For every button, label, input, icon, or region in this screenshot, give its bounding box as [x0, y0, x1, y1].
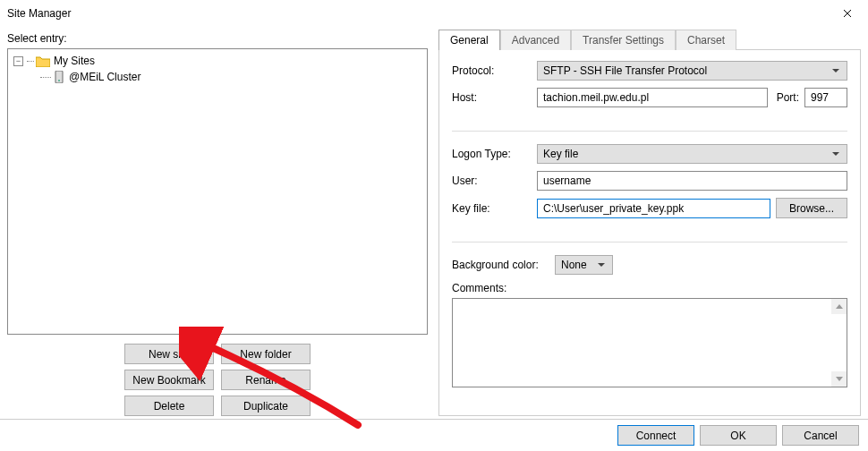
new-folder-button[interactable]: New folder: [221, 344, 311, 364]
new-site-button[interactable]: New site: [124, 344, 214, 364]
tree-root-label: My Sites: [54, 55, 95, 67]
select-entry-label: Select entry:: [7, 32, 428, 45]
logon-type-combo[interactable]: Key file: [537, 144, 847, 164]
tree-child-label: @MEiL Cluster: [69, 71, 140, 83]
user-label: User:: [452, 174, 537, 187]
protocol-value: SFTP - SSH File Transfer Protocol: [543, 64, 707, 77]
close-icon: [843, 9, 852, 18]
comments-textarea[interactable]: [452, 298, 847, 387]
titlebar: Site Manager: [0, 0, 868, 27]
logon-type-value: Key file: [543, 148, 578, 160]
scroll-down-icon[interactable]: [831, 371, 847, 387]
left-pane: Select entry: − My Sites @MEiL Cluster N…: [7, 27, 428, 416]
tab-general[interactable]: General: [438, 30, 500, 50]
cancel-button[interactable]: Cancel: [782, 425, 859, 446]
window-title: Site Manager: [7, 7, 71, 20]
comments-label: Comments:: [452, 282, 847, 294]
ok-button[interactable]: OK: [700, 425, 777, 446]
scroll-up-icon[interactable]: [831, 299, 847, 314]
user-input[interactable]: [537, 171, 847, 191]
logon-type-label: Logon Type:: [452, 148, 537, 160]
left-buttons: New site New folder New Bookmark Rename …: [7, 344, 428, 416]
keyfile-input[interactable]: [537, 199, 770, 218]
tab-advanced[interactable]: Advanced: [500, 30, 571, 50]
expander-icon[interactable]: −: [13, 56, 23, 66]
bottom-bar: Connect OK Cancel: [0, 419, 868, 451]
duplicate-button[interactable]: Duplicate: [221, 396, 311, 416]
dotted-line: [40, 77, 51, 78]
dotted-line: [27, 61, 34, 62]
browse-button[interactable]: Browse...: [776, 198, 847, 218]
svg-point-1: [58, 80, 60, 81]
bgcolor-value: None: [561, 259, 587, 271]
port-input[interactable]: [804, 88, 847, 107]
server-icon: [53, 71, 65, 83]
bgcolor-combo[interactable]: None: [555, 255, 613, 275]
host-input[interactable]: [537, 88, 768, 107]
tabs: General Advanced Transfer Settings Chars…: [438, 29, 861, 49]
rename-button[interactable]: Rename: [221, 370, 311, 390]
tree-root-row[interactable]: − My Sites: [13, 53, 421, 69]
tab-charset[interactable]: Charset: [676, 30, 736, 50]
tab-transfer-settings[interactable]: Transfer Settings: [571, 30, 676, 50]
bgcolor-label: Background color:: [452, 259, 555, 271]
connect-button[interactable]: Connect: [617, 425, 694, 446]
delete-button[interactable]: Delete: [124, 396, 214, 416]
site-tree[interactable]: − My Sites @MEiL Cluster: [7, 48, 428, 335]
new-bookmark-button[interactable]: New Bookmark: [124, 370, 214, 390]
keyfile-label: Key file:: [452, 202, 537, 215]
right-pane: General Advanced Transfer Settings Chars…: [438, 27, 861, 416]
protocol-label: Protocol:: [452, 64, 537, 77]
close-button[interactable]: [827, 0, 868, 27]
folder-icon: [36, 55, 50, 67]
general-panel: Protocol: SFTP - SSH File Transfer Proto…: [438, 49, 861, 416]
host-label: Host:: [452, 91, 537, 104]
tree-child-row[interactable]: @MEiL Cluster: [40, 69, 421, 85]
port-label: Port:: [777, 91, 799, 104]
protocol-combo[interactable]: SFTP - SSH File Transfer Protocol: [537, 61, 847, 81]
